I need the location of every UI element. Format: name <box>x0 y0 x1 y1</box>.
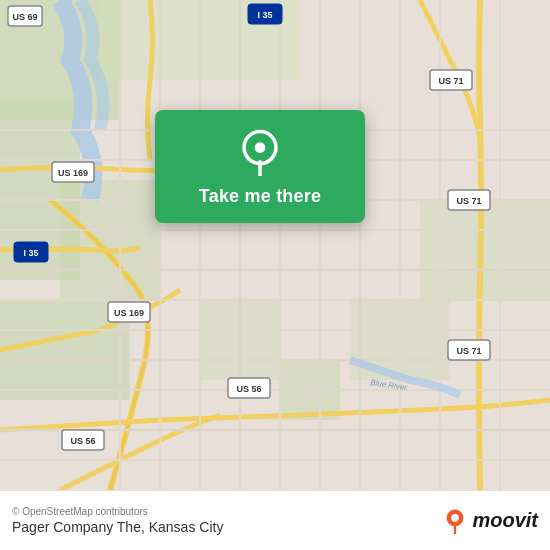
svg-text:I 35: I 35 <box>23 248 38 258</box>
location-pin-icon <box>236 128 284 176</box>
map-container: US 69 US 169 US 169 I 35 I 35 US 71 US 7… <box>0 0 550 490</box>
bottom-info: © OpenStreetMap contributors Pager Compa… <box>12 506 223 535</box>
svg-text:US 169: US 169 <box>58 168 88 178</box>
svg-text:US 56: US 56 <box>70 436 95 446</box>
bottom-bar: © OpenStreetMap contributors Pager Compa… <box>0 490 550 550</box>
svg-point-53 <box>255 142 266 153</box>
svg-text:US 169: US 169 <box>114 308 144 318</box>
svg-point-55 <box>452 514 460 522</box>
map-background: US 69 US 169 US 169 I 35 I 35 US 71 US 7… <box>0 0 550 490</box>
take-me-there-button[interactable]: Take me there <box>155 110 365 223</box>
moovit-pin-icon <box>442 508 468 534</box>
svg-text:I 35: I 35 <box>257 10 272 20</box>
svg-text:US 71: US 71 <box>456 346 481 356</box>
svg-rect-3 <box>60 180 160 300</box>
moovit-brand-name: moovit <box>472 509 538 532</box>
moovit-logo: moovit <box>442 508 538 534</box>
svg-text:US 56: US 56 <box>236 384 261 394</box>
copyright-text: © OpenStreetMap contributors <box>12 506 223 517</box>
svg-text:US 71: US 71 <box>438 76 463 86</box>
svg-text:US 69: US 69 <box>12 12 37 22</box>
svg-text:US 71: US 71 <box>456 196 481 206</box>
take-me-there-label: Take me there <box>199 186 321 207</box>
location-text: Pager Company The, Kansas City <box>12 519 223 535</box>
